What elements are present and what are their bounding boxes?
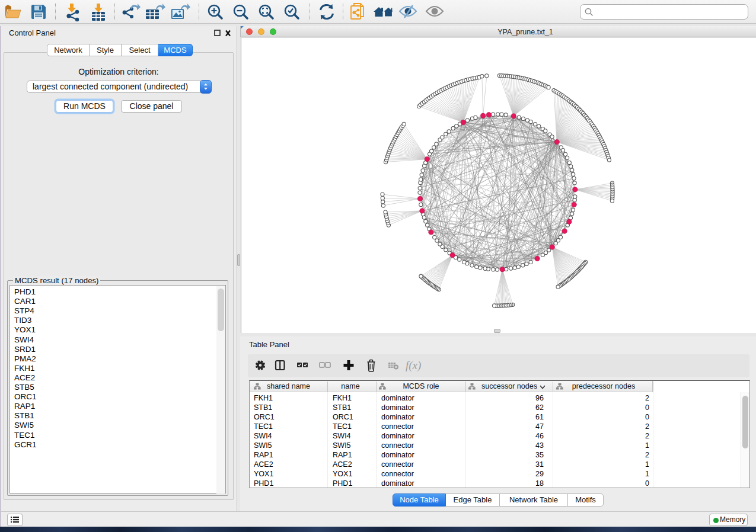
svg-text:f(x): f(x) (406, 359, 421, 372)
